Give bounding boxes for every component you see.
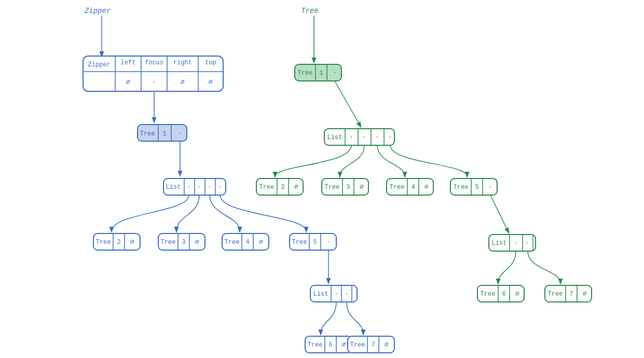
zipper-header-right: right <box>173 59 192 66</box>
blue-list-dot3: · <box>208 183 212 191</box>
green-tree7-null: ∅ <box>583 290 587 298</box>
green-list2-label: List <box>492 240 507 247</box>
blue-list-label: List <box>166 184 181 191</box>
blue-tree3-label: Tree <box>161 239 176 246</box>
green-tree4-label: Tree <box>390 184 405 191</box>
green-tree7-val: 7 <box>569 291 573 298</box>
blue-tree1-dot: · <box>178 130 182 137</box>
blue-list-dot1: · <box>187 183 191 191</box>
green-list2-dot2: · <box>526 239 530 247</box>
blue-tree7-label: Tree <box>350 341 365 349</box>
blue-list2-label: List <box>313 291 328 298</box>
green-tree5-label: Tree <box>454 184 469 191</box>
glist-to-gtree5-arrow <box>390 145 467 176</box>
blue-list2-dot1: · <box>334 290 338 298</box>
blue-tree3-null: ∅ <box>195 238 199 246</box>
green-tree2-label: Tree <box>259 184 275 191</box>
green-list-dot2: · <box>362 133 366 141</box>
green-tree4-val: 4 <box>411 184 415 191</box>
zipper-header-focus: focus <box>145 59 163 66</box>
green-list-dot4: · <box>388 133 392 141</box>
blue-list-dot4: · <box>218 183 222 191</box>
zipper-val-right: ∅ <box>181 78 185 86</box>
green-tree5-to-list-arrow <box>490 195 509 232</box>
glist-to-gtree4-arrow <box>377 145 405 176</box>
green-tree3-val: 3 <box>346 184 350 191</box>
blue-tree5-label: Tree <box>292 239 307 246</box>
zipper-val-focus: · <box>152 78 156 86</box>
blue-tree6-null: ∅ <box>342 341 346 349</box>
blue-list-dot2: · <box>197 183 201 191</box>
glist-to-gtree2-arrow <box>275 145 351 176</box>
green-tree5-dot: · <box>488 183 492 191</box>
blue-tree2-null: ∅ <box>130 238 134 246</box>
green-tree3-null: ∅ <box>360 183 364 191</box>
blue-tree3-val: 3 <box>182 239 185 246</box>
green-tree3-label: Tree <box>325 184 340 191</box>
zipper-val-left: ∅ <box>126 78 130 86</box>
tree-title: Tree <box>301 7 319 15</box>
green-tree2-val: 2 <box>281 184 284 191</box>
green-list2-dot1: · <box>514 239 518 247</box>
green-tree6-null: ∅ <box>515 290 519 298</box>
list-to-tree3-arrow <box>176 195 199 231</box>
blue-tree1-val: 1 <box>162 130 166 137</box>
zipper-header-left: left <box>121 59 136 66</box>
list2-to-tree6-arrow <box>321 302 336 334</box>
green-list-label: List <box>327 134 342 141</box>
zipper-title: Zipper <box>84 7 111 15</box>
list-to-tree5-arrow <box>220 195 306 231</box>
blue-tree1-label: Tree <box>140 130 155 137</box>
blue-tree6-val: 6 <box>328 341 332 349</box>
glist2-to-gtree7-arrow <box>528 251 560 283</box>
blue-tree4-val: 4 <box>245 239 249 246</box>
blue-tree5-val: 5 <box>313 239 317 246</box>
blue-list2-dot2: · <box>345 290 349 298</box>
glist-to-gtree3-arrow <box>340 145 364 176</box>
green-tree7-label: Tree <box>548 291 563 298</box>
green-tree1-val: 1 <box>319 70 323 77</box>
green-tree2-null: ∅ <box>294 183 298 191</box>
blue-tree7-null: ∅ <box>385 341 389 349</box>
green-list-dot1: · <box>349 133 353 141</box>
green-tree1-dot: · <box>333 69 337 77</box>
blue-tree6-label: Tree <box>308 341 323 349</box>
green-tree4-null: ∅ <box>424 183 429 191</box>
blue-tree2-val: 2 <box>117 239 120 246</box>
zipper-val-top: ∅ <box>209 78 213 86</box>
green-tree6-label: Tree <box>481 291 496 298</box>
glist2-to-gtree6-arrow <box>498 251 516 283</box>
blue-tree2-label: Tree <box>96 239 111 246</box>
zipper-header-top: top <box>205 59 216 66</box>
blue-tree4-label: Tree <box>225 239 240 246</box>
blue-tree5-dot: · <box>326 238 331 246</box>
green-tree6-val: 6 <box>502 291 505 298</box>
list2-to-tree7-arrow <box>347 302 363 334</box>
green-tree5-val: 5 <box>475 184 478 191</box>
zipper-cell-label: Zipper <box>88 61 110 68</box>
blue-tree7-val: 7 <box>371 341 375 349</box>
blue-tree4-null: ∅ <box>259 238 263 246</box>
green-list-dot3: · <box>375 133 379 141</box>
list-to-tree4-arrow <box>210 195 240 231</box>
green-tree1-to-list-arrow <box>335 81 361 127</box>
green-tree1-label: Tree <box>298 70 313 77</box>
